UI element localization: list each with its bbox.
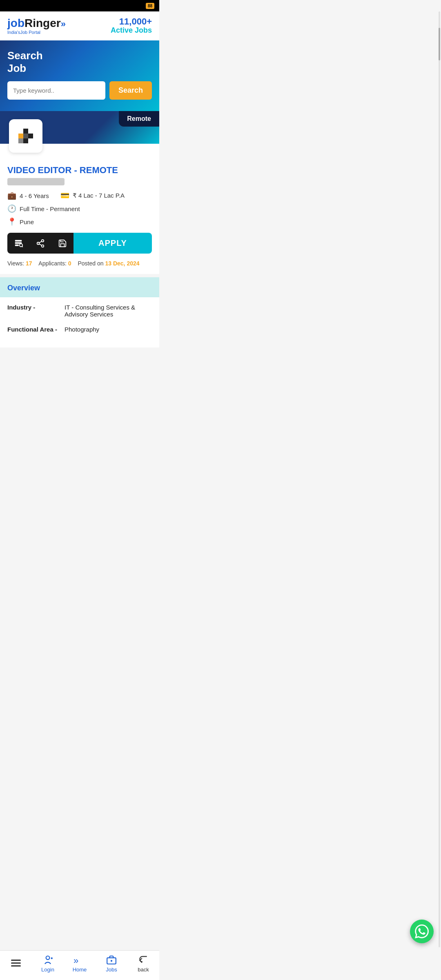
svg-rect-1 xyxy=(18,134,23,138)
search-banner-title: SearchJob xyxy=(7,49,152,75)
job-card-header: Remote xyxy=(0,111,159,144)
company-logo-svg xyxy=(15,125,36,147)
logo-ringer: Ringer xyxy=(24,17,61,29)
company-name-blurred xyxy=(7,178,65,185)
industry-label: Industry - xyxy=(7,304,60,318)
remote-badge: Remote xyxy=(119,111,159,127)
job-stats: Views: 17 Applicants: 0 Posted on 13 Dec… xyxy=(7,260,152,267)
share-action-button[interactable] xyxy=(29,233,51,254)
location-icon: 📍 xyxy=(7,217,16,226)
job-card-body: VIDEO EDITOR - REMOTE 💼 4 - 6 Years 💳 ₹ … xyxy=(0,144,159,274)
svg-rect-3 xyxy=(28,134,33,138)
posted-on-value: 13 Dec, 2024 xyxy=(105,260,139,267)
tagline-job: Job xyxy=(20,30,27,35)
applicants-value: 0 xyxy=(68,260,71,267)
functional-area-row: Functional Area - Photography xyxy=(7,326,152,333)
svg-rect-8 xyxy=(15,245,19,246)
svg-rect-4 xyxy=(18,138,23,143)
jobtype-value: Full Time - Permanent xyxy=(20,205,80,212)
logo-tagline: India'sJob Portal xyxy=(7,30,66,35)
active-jobs-number: 11,000+ xyxy=(111,17,152,26)
industry-value: IT - Consulting Services & Advisory Serv… xyxy=(65,304,152,318)
jobtype-icon: 🕐 xyxy=(7,204,16,213)
search-button[interactable]: Search xyxy=(109,81,152,100)
experience-icon: 💼 xyxy=(7,191,16,200)
logo-job: job xyxy=(7,17,24,29)
experience-row: 💼 4 - 6 Years 💳 ₹ 4 Lac - 7 Lac P.A xyxy=(7,191,152,200)
apply-button[interactable]: APPLY xyxy=(74,233,152,254)
active-jobs-label: Active Jobs xyxy=(111,26,152,35)
svg-line-14 xyxy=(39,244,42,245)
tagline-portal: Portal xyxy=(27,30,40,35)
overview-header: Overview xyxy=(0,277,159,297)
overview-body: Industry - IT - Consulting Services & Ad… xyxy=(0,297,159,347)
profile-icon xyxy=(14,239,23,248)
overview-section: Overview Industry - IT - Consulting Serv… xyxy=(0,277,159,347)
salary-value: ₹ 4 Lac - 7 Lac P.A xyxy=(73,192,125,199)
company-logo xyxy=(9,119,42,153)
profile-action-button[interactable] xyxy=(7,233,29,254)
job-card: Remote VIDEO EDITOR - REMOTE 💼 4 - 6 Yea… xyxy=(0,111,159,274)
experience-value: 4 - 6 Years xyxy=(20,192,49,199)
status-bar: 88 xyxy=(0,0,159,11)
svg-rect-0 xyxy=(23,129,28,134)
logo: jobRinger» xyxy=(7,18,66,29)
svg-line-10 xyxy=(22,246,23,247)
save-icon xyxy=(58,239,67,248)
svg-rect-6 xyxy=(15,240,22,242)
save-action-button[interactable] xyxy=(51,233,74,254)
svg-point-12 xyxy=(37,242,40,245)
functional-area-label: Functional Area - xyxy=(7,326,60,333)
location-value: Pune xyxy=(20,218,34,225)
svg-point-13 xyxy=(42,245,44,247)
svg-point-11 xyxy=(42,240,44,242)
search-row: Search xyxy=(7,81,152,100)
industry-row: Industry - IT - Consulting Services & Ad… xyxy=(7,304,152,318)
search-banner: SearchJob Search xyxy=(0,40,159,111)
svg-rect-5 xyxy=(23,138,28,143)
functional-area-value: Photography xyxy=(65,326,152,333)
posted-on-label: Posted on xyxy=(78,260,103,267)
logo-area: jobRinger» India'sJob Portal xyxy=(7,18,66,35)
logo-arrows: » xyxy=(61,19,66,29)
jobtype-row: 🕐 Full Time - Permanent xyxy=(7,204,152,213)
views-value: 17 xyxy=(26,260,32,267)
location-row: 📍 Pune xyxy=(7,217,152,226)
active-jobs: 11,000+ Active Jobs xyxy=(111,17,152,35)
overview-title: Overview xyxy=(7,284,40,292)
job-title: VIDEO EDITOR - REMOTE xyxy=(7,165,152,176)
applicants-label: Applicants: xyxy=(38,260,66,267)
views-label: Views: xyxy=(7,260,24,267)
search-input[interactable] xyxy=(7,81,105,100)
svg-line-15 xyxy=(39,241,42,243)
header: jobRinger» India'sJob Portal 11,000+ Act… xyxy=(0,11,159,40)
svg-point-9 xyxy=(20,244,22,247)
battery-indicator: 88 xyxy=(146,3,154,9)
job-actions: APPLY xyxy=(7,233,152,254)
svg-rect-2 xyxy=(23,134,28,138)
salary-icon: 💳 xyxy=(60,191,69,200)
tagline-indias: India's xyxy=(7,30,20,35)
share-icon xyxy=(36,239,45,248)
job-meta: 💼 4 - 6 Years 💳 ₹ 4 Lac - 7 Lac P.A 🕐 Fu… xyxy=(7,191,152,226)
